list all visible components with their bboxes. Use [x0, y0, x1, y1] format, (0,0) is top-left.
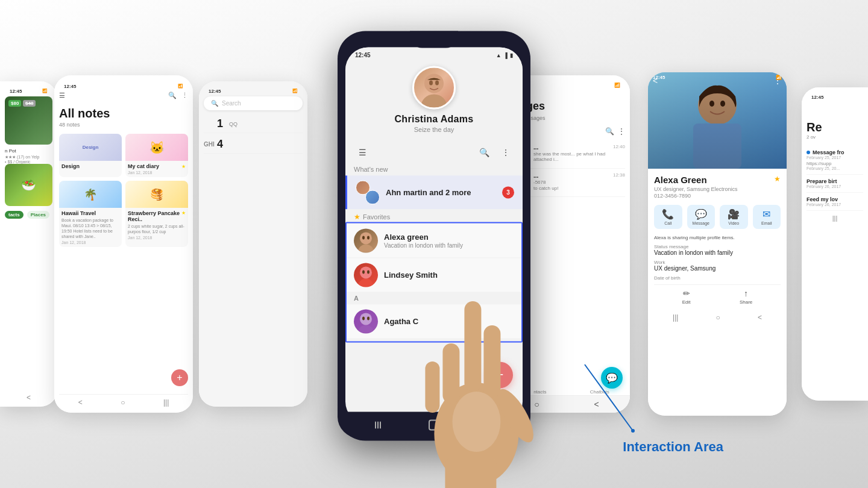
re-msg-3[interactable]: Feed my lov February 26, 2017: [807, 193, 863, 211]
notes-grid: Design Design 🐱 My cat diary ★: [59, 134, 188, 247]
home-square-icon: [429, 419, 439, 430]
nav-icons-right: 🔍 ⋮: [477, 145, 513, 160]
salad-image: 🥗: [5, 164, 52, 206]
msg-more-icon[interactable]: ⋮: [618, 127, 625, 136]
contact-nav-recent[interactable]: |||: [673, 313, 678, 322]
tab-contacts[interactable]: tacts: [5, 211, 24, 219]
contact-favorite-star[interactable]: ★: [774, 175, 781, 183]
re-msg-2[interactable]: Prepare birt February 26, 2017: [807, 175, 863, 193]
dob-row: Date of birth: [654, 275, 781, 281]
contact-lindsey[interactable]: Lindsey Smith: [345, 258, 523, 292]
share-action[interactable]: ↑ Share: [740, 289, 752, 305]
notes-nav-home[interactable]: ○: [121, 398, 125, 407]
note-hawaii-date: Jan 12, 2018: [61, 240, 119, 245]
tab-places[interactable]: Places: [27, 211, 49, 219]
contact-back-btn[interactable]: <: [653, 76, 658, 86]
re-subtitle: 2 ov: [807, 134, 863, 140]
notes-fab[interactable]: +: [171, 369, 188, 386]
re-msg-date-2: February 26, 2017: [807, 184, 863, 189]
far-left-status: 12:45 📶: [5, 86, 52, 96]
lindsey-avatar-svg: [354, 263, 377, 286]
phone-far-right: 12:45 Re 2 ov Message fro February 25, 2…: [802, 87, 868, 401]
more-nav-icon[interactable]: ⋮: [498, 145, 513, 160]
note-cat-title: My cat diary: [128, 163, 159, 169]
note-hawaii-text: Book a vacation package to Maui. 08/10 1…: [61, 217, 119, 239]
svg-point-10: [362, 270, 365, 274]
alexa-info: Alexa green Vacation in london with fami…: [384, 233, 514, 249]
note-recipe[interactable]: 🥞 Strawberry Pancake Reci.. ★ 2 cups whi…: [125, 181, 188, 247]
email-btn[interactable]: ✉ Email: [753, 205, 781, 229]
svg-point-2: [429, 80, 433, 85]
note-design-title: Design: [61, 163, 119, 169]
status-icons: ▲ ▐ ▮: [496, 52, 513, 58]
main-phone-wrapper: 12:45 ▲ ▐ ▮: [338, 31, 530, 440]
note-hawaii-img: 🌴: [59, 181, 122, 208]
msg-search-icon[interactable]: 🔍: [605, 127, 614, 136]
notes-nav-recent[interactable]: |||: [163, 398, 169, 407]
nav-recent[interactable]: ○: [534, 399, 539, 409]
message-btn[interactable]: 💬 Message: [687, 205, 715, 229]
hamburger-icon[interactable]: ☰: [59, 92, 65, 99]
status-msg-value: Vacation in london with family: [654, 249, 781, 256]
call-btn[interactable]: 📞 Call: [654, 205, 682, 229]
edit-action[interactable]: ✏ Edit: [682, 289, 691, 305]
whats-new-label: What's new: [345, 163, 523, 175]
msg-body-2: ... 12:38 -5678 to catch up!: [533, 172, 625, 193]
lindsey-name: Lindsey Smith: [384, 271, 514, 280]
food-name: n Pot: [5, 148, 52, 154]
main-time: 12:45: [355, 52, 371, 58]
contact-detail-content: 12:45 📶 < ⋮ Alexa Green UX designer, Sam…: [648, 72, 787, 416]
number-row-4: GHI 4: [204, 136, 303, 154]
nav-back-btn[interactable]: [482, 416, 498, 433]
main-phone: 12:45 ▲ ▐ ▮: [338, 31, 530, 440]
phone-bottom-nav: [338, 411, 530, 438]
group-message-item[interactable]: Ahn martin and 2 more 3: [345, 175, 523, 209]
edit-label: Edit: [682, 299, 691, 305]
interaction-text: Interaction Area: [623, 439, 723, 455]
note-hawaii[interactable]: 🌴 Hawaii Travel Book a vacation package …: [59, 181, 122, 247]
note-cat[interactable]: 🐱 My cat diary ★ Jan 12, 2018: [125, 134, 188, 177]
notes-search-icon[interactable]: 🔍: [168, 92, 177, 99]
phone-search-contacts: 12:45 📶 🔍 Search 1 QQ GHI 4: [199, 81, 307, 407]
re-msg-title-2: Prepare birt: [807, 178, 863, 184]
msg-text-1: she was the most... pe what I had attach…: [533, 151, 625, 162]
contact-nav-back[interactable]: <: [758, 313, 762, 322]
contact-more-btn[interactable]: ⋮: [773, 76, 782, 86]
sharing-notice: Alexa is sharing multiple profile items.: [654, 235, 781, 240]
video-btn[interactable]: 🎥 Video: [720, 205, 748, 229]
notes-title: All notes: [59, 107, 188, 120]
msg-text-2: -5678: [533, 180, 625, 185]
contact-alexa[interactable]: Alexa green Vacation in london with fami…: [345, 224, 523, 258]
far-left-back[interactable]: <: [5, 390, 52, 402]
notes-count: 48 notes: [59, 122, 188, 128]
svg-point-3: [435, 80, 439, 85]
nav-recent-btn[interactable]: [370, 416, 386, 433]
work-label: Work: [654, 260, 781, 265]
tab-contacts[interactable]: ntacts: [533, 389, 546, 395]
message-label: Message: [693, 221, 709, 225]
number-row-1: 1 QQ: [204, 115, 303, 133]
notes-nav-back[interactable]: <: [78, 398, 83, 407]
profile-avatar[interactable]: [412, 66, 456, 109]
search-bar[interactable]: 🔍 Search: [204, 96, 303, 110]
nav-home-btn[interactable]: [426, 416, 442, 433]
menu-icon[interactable]: ☰: [355, 145, 370, 160]
work-row: Work UX designer, Samsung: [654, 260, 781, 272]
svg-point-12: [358, 325, 374, 333]
note-design[interactable]: Design Design: [59, 134, 122, 177]
re-msg-url-1: https://supp: [807, 161, 863, 166]
search-nav-icon[interactable]: 🔍: [477, 145, 491, 160]
star-icon: ★: [354, 213, 360, 221]
contact-detail-body: Alexa Green UX designer, Samsung Electro…: [648, 169, 787, 330]
svg-point-15: [367, 316, 370, 320]
favorites-label: Favorites: [363, 213, 390, 221]
svg-point-4: [358, 244, 374, 252]
add-contact-fab[interactable]: +: [486, 361, 513, 388]
battery-icon: ▮: [510, 52, 513, 58]
re-msg-1[interactable]: Message fro February 25, 2017 https://su…: [807, 146, 863, 175]
contact-nav-home[interactable]: ○: [716, 313, 720, 322]
note-cat-star: ★: [181, 164, 186, 169]
contact-bottom-actions: ✏ Edit ↑ Share: [654, 284, 781, 308]
notes-more-icon[interactable]: ⋮: [181, 92, 188, 99]
contact-agatha[interactable]: Agatha C: [345, 304, 523, 339]
